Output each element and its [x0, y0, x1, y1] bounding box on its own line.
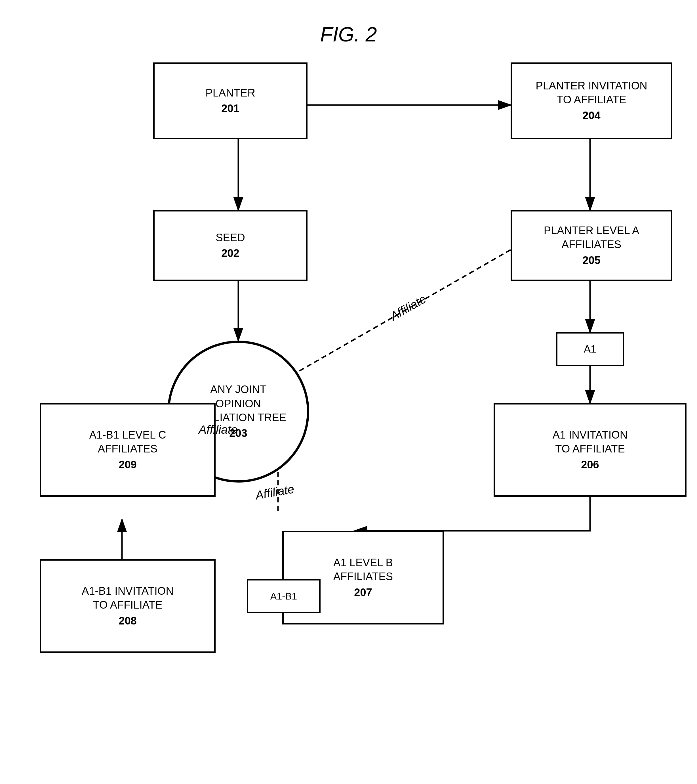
a1b1-label: A1-B1: [270, 590, 297, 602]
a1-invite-label: A1 INVITATIONTO AFFILIATE: [552, 428, 628, 456]
seed-box: SEED 202: [153, 210, 307, 281]
affiliate-label-1: Affiliate: [388, 292, 428, 323]
a1-level-b-label: A1 LEVEL BAFFILIATES: [333, 556, 393, 584]
a1b1-invite-num: 208: [118, 614, 136, 628]
a1-level-b-num: 207: [354, 586, 372, 600]
planter-invite-label: PLANTER INVITATIONTO AFFILIATE: [536, 79, 647, 107]
planter-box: PLANTER 201: [153, 63, 307, 139]
a1-invite-num: 206: [581, 458, 599, 472]
seed-num: 202: [221, 246, 239, 260]
a1b1-level-c-box: A1-B1 LEVEL CAFFILIATES 209: [40, 403, 215, 497]
planter-num: 201: [221, 102, 239, 115]
a1-invite-box: A1 INVITATIONTO AFFILIATE 206: [493, 403, 687, 497]
a1-label: A1: [584, 343, 596, 356]
affiliate-label-2: Affiliate: [199, 423, 238, 436]
planter-label: PLANTER: [205, 86, 255, 100]
planter-level-a-label: PLANTER LEVEL AAFFILIATES: [544, 224, 639, 252]
planter-level-a-num: 205: [582, 254, 600, 267]
a1b1-invite-box: A1-B1 INVITATIONTO AFFILIATE 208: [40, 559, 215, 653]
planter-invite-num: 204: [582, 109, 600, 123]
a1-box: A1: [556, 332, 624, 366]
planter-level-a-box: PLANTER LEVEL AAFFILIATES 205: [511, 210, 672, 281]
a1b1-level-c-label: A1-B1 LEVEL CAFFILIATES: [89, 428, 166, 456]
a1b1-invite-label: A1-B1 INVITATIONTO AFFILIATE: [82, 584, 174, 612]
planter-invite-box: PLANTER INVITATIONTO AFFILIATE 204: [511, 63, 672, 139]
affiliate-label-3: Affiliate: [255, 482, 295, 502]
figure-title: FIG. 2: [0, 23, 697, 46]
a1b1-box: A1-B1: [247, 579, 321, 613]
a1b1-level-c-num: 209: [118, 458, 136, 472]
seed-label: SEED: [215, 231, 245, 245]
